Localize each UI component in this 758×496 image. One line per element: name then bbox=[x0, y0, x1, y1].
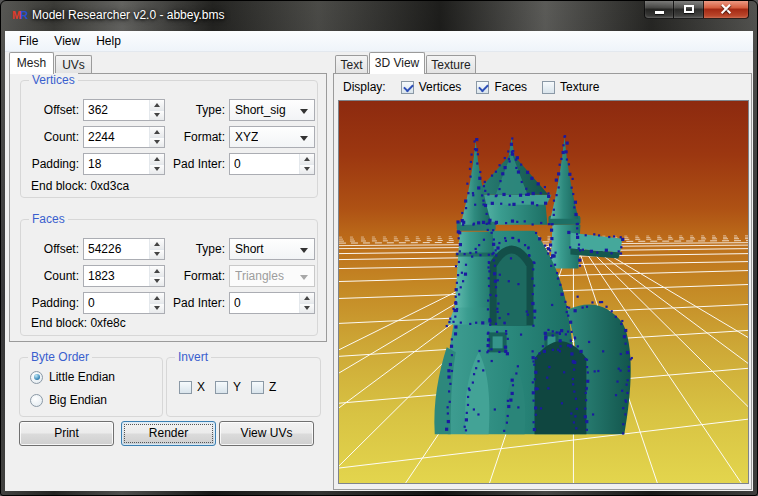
checkbox-label: Texture bbox=[560, 80, 599, 94]
end-block-label: End block: bbox=[31, 316, 87, 330]
spin-up-button[interactable] bbox=[150, 154, 164, 165]
vertices-format-combobox[interactable]: XYZ bbox=[229, 126, 315, 148]
spin-up-button[interactable] bbox=[150, 127, 164, 138]
spin-up-button[interactable] bbox=[150, 100, 164, 111]
spin-up-button[interactable] bbox=[150, 239, 164, 250]
menu-help[interactable]: Help bbox=[88, 32, 129, 50]
invert-x-checkbox[interactable]: X bbox=[179, 380, 205, 394]
invert-y-checkbox[interactable]: Y bbox=[215, 380, 241, 394]
checkbox-label: Y bbox=[233, 380, 241, 394]
spin-buttons bbox=[299, 293, 314, 313]
byte-order-title: Byte Order bbox=[28, 350, 92, 364]
faces-pad-inter-spinbox[interactable] bbox=[229, 292, 315, 314]
spin-buttons bbox=[149, 266, 164, 286]
end-block-value: 0xfe8c bbox=[90, 316, 125, 330]
dropdown-arrow-icon bbox=[300, 248, 308, 253]
vertices-offset-spinbox[interactable] bbox=[83, 99, 165, 121]
offset-label: Offset: bbox=[21, 99, 79, 121]
spin-up-button[interactable] bbox=[150, 293, 164, 304]
maximize-button[interactable] bbox=[674, 0, 703, 19]
display-faces-checkbox[interactable]: Faces bbox=[476, 80, 527, 94]
vertices-group-title: Vertices bbox=[29, 73, 78, 87]
vertices-count-spinbox[interactable] bbox=[83, 126, 165, 148]
close-button[interactable] bbox=[703, 0, 749, 19]
invert-group: Invert X Y Z bbox=[166, 357, 321, 417]
menu-file[interactable]: File bbox=[11, 32, 46, 50]
radio-big-endian[interactable]: Big Endian bbox=[30, 393, 107, 407]
vertices-type-combobox[interactable]: Short_sig bbox=[229, 99, 315, 121]
offset-label: Offset: bbox=[21, 238, 79, 260]
checkbox-icon bbox=[401, 81, 414, 94]
render-button[interactable]: Render bbox=[121, 421, 216, 446]
vertices-group: Vertices Offset: Type: Short_sig bbox=[20, 80, 318, 198]
app-icon: MR bbox=[12, 9, 28, 23]
spin-up-button[interactable] bbox=[150, 266, 164, 277]
spin-down-button[interactable] bbox=[150, 277, 164, 287]
invert-z-checkbox[interactable]: Z bbox=[251, 380, 276, 394]
checkbox-icon bbox=[215, 381, 228, 394]
title-bar[interactable]: MR Model Researcher v2.0 - abbey.bms bbox=[1, 1, 757, 31]
checkbox-label: Faces bbox=[494, 80, 527, 94]
tab-uvs[interactable]: UVs bbox=[55, 55, 92, 74]
pad-inter-label: Pad Inter: bbox=[169, 292, 225, 314]
checkbox-label: Vertices bbox=[419, 80, 462, 94]
checkbox-icon bbox=[179, 381, 192, 394]
3d-viewport[interactable] bbox=[338, 100, 749, 484]
minimize-button[interactable] bbox=[644, 0, 674, 19]
display-bar: Display: Vertices Faces Texture bbox=[335, 75, 750, 99]
view-uvs-button[interactable]: View UVs bbox=[219, 421, 314, 446]
pad-inter-label: Pad Inter: bbox=[169, 153, 225, 175]
radio-label: Little Endian bbox=[49, 370, 115, 384]
spin-up-button[interactable] bbox=[300, 154, 314, 165]
combobox-value: Short_sig bbox=[235, 103, 286, 117]
spin-buttons bbox=[149, 127, 164, 147]
vertices-padding-spinbox[interactable] bbox=[83, 153, 165, 175]
display-vertices-checkbox[interactable]: Vertices bbox=[401, 80, 462, 94]
byte-order-group: Byte Order Little Endian Big Endian bbox=[19, 357, 163, 417]
format-label: Format: bbox=[169, 265, 225, 287]
app-window: MR Model Researcher v2.0 - abbey.bms Fil… bbox=[0, 0, 758, 496]
format-label: Format: bbox=[169, 126, 225, 148]
faces-group-title: Faces bbox=[29, 212, 68, 226]
padding-label: Padding: bbox=[21, 153, 79, 175]
tab-text[interactable]: Text bbox=[335, 55, 368, 74]
workspace: Mesh UVs Vertices Offset: Type: bbox=[5, 52, 753, 491]
checkbox-icon bbox=[542, 81, 555, 94]
faces-type-combobox[interactable]: Short bbox=[229, 238, 315, 260]
display-label: Display: bbox=[343, 80, 386, 94]
spin-down-button[interactable] bbox=[150, 138, 164, 148]
end-block-value: 0xd3ca bbox=[90, 179, 129, 193]
spin-down-button[interactable] bbox=[150, 165, 164, 175]
faces-offset-spinbox[interactable] bbox=[83, 238, 165, 260]
3d-scene bbox=[339, 101, 748, 483]
spin-down-button[interactable] bbox=[150, 304, 164, 314]
radio-little-endian[interactable]: Little Endian bbox=[30, 370, 115, 384]
invert-title: Invert bbox=[175, 350, 211, 364]
checkbox-icon bbox=[251, 381, 264, 394]
spin-down-button[interactable] bbox=[300, 304, 314, 314]
spin-buttons bbox=[149, 154, 164, 174]
view-tab-pane: Display: Vertices Faces Texture bbox=[333, 73, 752, 490]
faces-padding-spinbox[interactable] bbox=[83, 292, 165, 314]
print-button[interactable]: Print bbox=[19, 421, 114, 446]
tab-texture[interactable]: Texture bbox=[426, 55, 476, 74]
spin-up-button[interactable] bbox=[300, 293, 314, 304]
spin-down-button[interactable] bbox=[150, 111, 164, 121]
vertices-pad-inter-spinbox[interactable] bbox=[229, 153, 315, 175]
radio-icon bbox=[30, 371, 43, 384]
spin-buttons bbox=[299, 154, 314, 174]
type-label: Type: bbox=[169, 99, 225, 121]
spin-buttons bbox=[149, 239, 164, 259]
tab-3d-view[interactable]: 3D View bbox=[369, 52, 425, 74]
spin-buttons bbox=[149, 293, 164, 313]
mesh-tab-pane: Vertices Offset: Type: Short_sig bbox=[9, 73, 327, 342]
menu-view[interactable]: View bbox=[46, 32, 88, 50]
spin-down-button[interactable] bbox=[150, 250, 164, 260]
display-texture-checkbox[interactable]: Texture bbox=[542, 80, 599, 94]
spin-down-button[interactable] bbox=[300, 165, 314, 175]
tab-mesh[interactable]: Mesh bbox=[9, 52, 54, 74]
abbey-model bbox=[434, 137, 630, 434]
radio-icon bbox=[30, 394, 43, 407]
close-icon bbox=[720, 3, 732, 15]
faces-count-spinbox[interactable] bbox=[83, 265, 165, 287]
